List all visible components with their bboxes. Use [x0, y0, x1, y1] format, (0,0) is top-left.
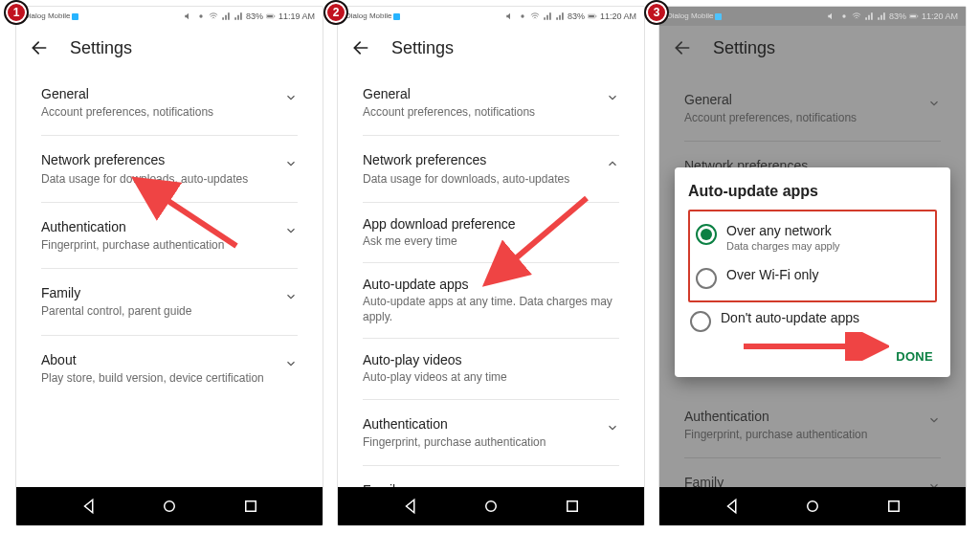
- dialog-title: Auto-update apps: [688, 183, 937, 200]
- android-navbar: [16, 487, 323, 525]
- svg-rect-2: [267, 15, 273, 17]
- android-navbar: [659, 487, 966, 525]
- settings-row-subtitle: Data usage for downloads, auto-updates: [363, 171, 598, 187]
- option-label: Don't auto-update apps: [721, 310, 859, 326]
- nav-recent-icon[interactable]: [242, 498, 259, 515]
- app-header: Settings: [659, 26, 966, 70]
- settings-row-subtitle: Auto-play videos at any time: [363, 369, 619, 385]
- settings-row-general[interactable]: General Account preferences, notificatio…: [684, 76, 941, 142]
- chevron-down-icon: [927, 97, 941, 110]
- status-bar: Dialog Mobile 83% 11:20 AM: [338, 7, 644, 26]
- battery-icon: [588, 11, 597, 21]
- battery-percent: 83%: [889, 11, 906, 21]
- settings-row-title: General: [363, 85, 598, 102]
- svg-point-0: [199, 14, 202, 17]
- wifi-icon: [530, 11, 540, 21]
- settings-row-general[interactable]: GeneralAccount preferences, notification…: [41, 70, 298, 136]
- option-over-wifi-only[interactable]: Over Wi-Fi only: [694, 259, 931, 297]
- mute-icon: [827, 11, 836, 21]
- eye-off-icon: [196, 11, 206, 21]
- settings-row-subtitle: Account preferences, notifications: [684, 110, 920, 125]
- nav-back-icon[interactable]: [402, 498, 419, 515]
- settings-row-subtitle: Ask me every time: [363, 233, 619, 249]
- settings-row-about[interactable]: AboutPlay store, build version, device c…: [41, 336, 298, 401]
- nav-recent-icon[interactable]: [564, 498, 581, 515]
- svg-rect-9: [589, 15, 594, 17]
- settings-subrow-app-download-preference[interactable]: App download preferenceAsk me every time: [363, 203, 619, 263]
- radio-icon[interactable]: [690, 311, 711, 332]
- svg-rect-3: [274, 15, 275, 17]
- settings-subrow-auto-play-videos[interactable]: Auto-play videosAuto-play videos at any …: [363, 339, 619, 399]
- svg-rect-5: [245, 501, 256, 512]
- nav-home-icon[interactable]: [161, 498, 178, 515]
- nav-recent-icon[interactable]: [885, 498, 902, 515]
- battery-percent: 83%: [246, 11, 263, 21]
- radio-icon[interactable]: [696, 268, 717, 289]
- settings-row-general[interactable]: GeneralAccount preferences, notification…: [363, 70, 619, 136]
- nav-home-icon[interactable]: [482, 498, 500, 515]
- back-icon[interactable]: [351, 38, 370, 57]
- settings-row-title: About: [41, 351, 277, 368]
- settings-row-authentication[interactable]: Authentication Fingerprint, purchase aut…: [684, 392, 941, 458]
- chevron-up-icon: [606, 157, 619, 170]
- option-over-any-network[interactable]: Over any network Data charges may apply: [694, 215, 931, 259]
- clock: 11:19 AM: [278, 11, 315, 21]
- auto-update-dialog: Auto-update apps Over any network Data c…: [675, 167, 950, 377]
- svg-rect-10: [595, 15, 596, 17]
- mute-icon: [184, 11, 193, 21]
- svg-rect-16: [910, 15, 916, 17]
- app-header: Settings: [338, 26, 644, 70]
- chevron-down-icon: [927, 413, 941, 427]
- status-bar: Dialog Mobile 83% 11:19 AM: [16, 7, 323, 26]
- settings-row-subtitle: Fingerprint, purchase authentication: [41, 237, 277, 253]
- app-header: Settings: [16, 26, 323, 70]
- back-icon[interactable]: [30, 38, 49, 57]
- step-badge-1: 1: [4, 0, 29, 25]
- chevron-down-icon: [284, 224, 298, 237]
- page-title: Settings: [391, 38, 454, 58]
- settings-row-family[interactable]: FamilyParental control, parent guide: [41, 269, 298, 335]
- svg-point-4: [165, 501, 175, 512]
- carrier-indicator-icon: [72, 13, 78, 20]
- radio-icon[interactable]: [696, 224, 717, 245]
- nav-home-icon[interactable]: [804, 498, 821, 515]
- settings-row-family[interactable]: Family Parental control, parent guide: [684, 458, 941, 487]
- carrier-indicator-icon: [715, 13, 722, 20]
- chevron-down-icon: [284, 157, 298, 170]
- mute-icon: [505, 11, 515, 21]
- svg-rect-12: [567, 501, 577, 512]
- page-title: Settings: [70, 38, 132, 58]
- page-title: Settings: [713, 38, 775, 58]
- option-dont-auto-update[interactable]: Don't auto-update apps: [688, 302, 937, 340]
- back-icon[interactable]: [673, 38, 692, 57]
- step-badge-2: 2: [323, 0, 348, 25]
- svg-rect-19: [888, 501, 899, 512]
- settings-subrow-auto-update-apps[interactable]: Auto-update appsAuto-update apps at any …: [363, 263, 619, 339]
- settings-row-network-preferences[interactable]: Network preferencesData usage for downlo…: [363, 136, 619, 202]
- carrier-indicator-icon: [393, 13, 400, 20]
- svg-point-7: [521, 14, 523, 17]
- signal-icon: [221, 11, 231, 21]
- settings-row-network-preferences[interactable]: Network preferencesData usage for downlo…: [41, 136, 298, 202]
- carrier-label: Dialog Mobile: [667, 12, 713, 20]
- settings-row-family[interactable]: Family: [363, 466, 619, 487]
- svg-point-11: [486, 501, 497, 512]
- settings-row-title: Authentication: [684, 408, 920, 425]
- chevron-down-icon: [284, 91, 298, 104]
- settings-row-title: Family: [684, 474, 920, 487]
- settings-row-title: Auto-update apps: [363, 277, 619, 292]
- nav-back-icon[interactable]: [80, 498, 98, 515]
- settings-row-authentication[interactable]: AuthenticationFingerprint, purchase auth…: [363, 400, 619, 466]
- signal-icon: [234, 11, 243, 21]
- eye-off-icon: [518, 11, 527, 21]
- battery-icon: [909, 11, 919, 21]
- settings-row-authentication[interactable]: AuthenticationFingerprint, purchase auth…: [41, 203, 298, 269]
- settings-row-title: Network preferences: [41, 151, 277, 168]
- phone-screen-3: Dialog Mobile 83% 11:20 AM Settings: [658, 6, 967, 526]
- nav-back-icon[interactable]: [724, 498, 741, 515]
- svg-rect-17: [917, 15, 918, 17]
- wifi-icon: [209, 11, 218, 21]
- status-bar: Dialog Mobile 83% 11:20 AM: [659, 7, 966, 26]
- done-button[interactable]: DONE: [688, 340, 937, 369]
- settings-row-subtitle: Account preferences, notifications: [41, 104, 277, 120]
